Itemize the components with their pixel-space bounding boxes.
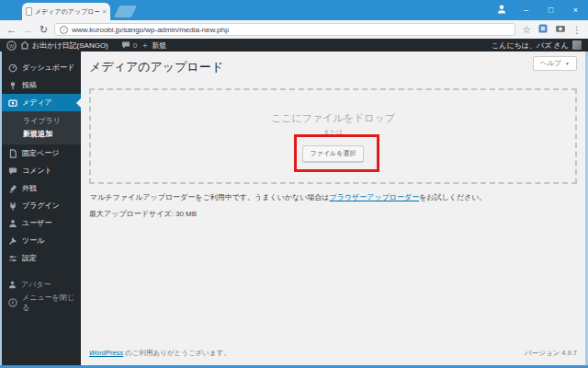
browser-window: メディアのアップロード ‹ お出か × – □ × ← → ↻ i www.ku… (0, 0, 588, 368)
sidebar-item-users[interactable]: ユーザー (2, 214, 81, 232)
sidebar-item-appearance[interactable]: 外観 (2, 179, 81, 197)
plus-icon: ＋ (141, 40, 149, 52)
file-dropzone[interactable]: ここにファイルをドロップ または ファイルを選択 (89, 88, 577, 184)
minimize-button[interactable]: – (514, 0, 538, 20)
page-icon (8, 149, 17, 158)
new-label: 新規 (152, 40, 166, 51)
brush-icon (8, 184, 17, 193)
forward-icon[interactable]: → (23, 25, 33, 35)
site-info-icon[interactable]: i (60, 26, 68, 34)
sidebar-item-comments[interactable]: コメント (2, 162, 81, 179)
browser-menu-icon[interactable]: ⋮ (572, 25, 582, 35)
collapse-arrow-icon (8, 298, 17, 307)
submenu-item-add-new[interactable]: 新規追加 (2, 128, 81, 141)
browser-titlebar: メディアのアップロード ‹ お出か × – □ × (0, 0, 588, 20)
profile-icon[interactable] (490, 2, 514, 18)
sidebar-item-tools[interactable]: ツール (2, 232, 81, 249)
address-bar[interactable]: i www.kuroobi.jp/sango/wp-admin/media-ne… (54, 23, 515, 36)
maximize-button[interactable]: □ (538, 0, 563, 20)
browser-tab[interactable]: メディアのアップロード ‹ お出か × (22, 3, 110, 20)
media-icon (8, 98, 17, 108)
page-favicon-icon (26, 7, 32, 16)
browser-uploader-link[interactable]: ブラウザーアップローダー (330, 193, 420, 201)
dropzone-headline: ここにファイルをドロップ (271, 111, 395, 125)
chevron-down-icon: ▼ (565, 61, 570, 66)
comment-icon (8, 167, 17, 176)
max-upload-size: 最大アップロードサイズ: 30 MB (89, 209, 577, 219)
avatar-icon (8, 281, 17, 289)
page-title: メディアのアップロード (89, 59, 577, 75)
site-link[interactable]: お出かけ日記(SANGO) (20, 40, 108, 51)
comments-bubble[interactable]: 0 (121, 40, 137, 50)
media-submenu: ライブラリ 新規追加 (2, 111, 81, 144)
reload-icon[interactable]: ↻ (40, 25, 48, 35)
help-button[interactable]: ヘルプ ▼ (533, 56, 577, 71)
comment-count: 0 (133, 41, 137, 50)
user-greeting[interactable]: こんにちは、バズ さん (492, 40, 569, 51)
wp-workspace: ダッシュボード 投稿 メディア ライブラリ 新規追加 固定ページ コメント (0, 52, 588, 365)
bookmark-star-icon[interactable]: ☆ (522, 25, 531, 35)
wp-logo-icon[interactable]: W (6, 40, 17, 51)
sidebar-item-dashboard[interactable]: ダッシュボード (2, 59, 81, 76)
sidebar-item-posts[interactable]: 投稿 (2, 76, 81, 94)
back-icon[interactable]: ← (6, 25, 17, 35)
user-avatar[interactable] (572, 40, 582, 50)
home-icon (20, 40, 29, 50)
user-icon (8, 219, 17, 228)
select-files-button[interactable]: ファイルを選択 (302, 145, 365, 162)
dropzone-or-label: または (323, 128, 344, 137)
new-content-link[interactable]: ＋ 新規 (141, 40, 166, 52)
wp-content-area: メディアのアップロード ヘルプ ▼ ここにファイルをドロップ または ファイルを… (81, 52, 585, 365)
extension-camera-icon[interactable] (555, 21, 566, 38)
footer-thanks: WordPress のご利用ありがとうございます。 (89, 349, 231, 358)
sidebar-item-avatar[interactable]: アバター (2, 276, 81, 293)
collapse-menu-button[interactable]: メニューを閉じる (2, 293, 81, 311)
url-text: www.kuroobi.jp/sango/wp-admin/media-new.… (72, 26, 229, 34)
sidebar-item-plugins[interactable]: プラグイン (2, 197, 81, 214)
plugin-icon (8, 201, 17, 211)
menu-separator (2, 267, 81, 276)
uploader-note: マルチファイルアップローダーをご利用中です。うまくいかない場合はブラウザーアップ… (90, 192, 577, 202)
version-label: バージョン 4.9.7 (525, 349, 577, 358)
wp-admin-bar: W お出かけ日記(SANGO) 0 ＋ 新規 こんにちは、バズ さん (0, 39, 588, 52)
wp-admin-menu: ダッシュボード 投稿 メディア ライブラリ 新規追加 固定ページ コメント (2, 52, 81, 365)
dashboard-icon (8, 63, 17, 73)
window-controls: – □ × (490, 0, 588, 20)
settings-icon (8, 254, 17, 263)
svg-text:W: W (9, 42, 15, 48)
wrench-icon (8, 236, 17, 246)
submenu-item-library[interactable]: ライブラリ (2, 115, 81, 128)
new-tab-button[interactable] (114, 6, 137, 17)
extension-blue-icon[interactable] (537, 21, 548, 38)
browser-toolbar: ← → ↻ i www.kuroobi.jp/sango/wp-admin/me… (0, 20, 588, 39)
close-button[interactable]: × (563, 0, 588, 20)
comment-icon (121, 40, 130, 50)
tab-title: メディアのアップロード ‹ お出か (35, 7, 99, 17)
sidebar-item-media[interactable]: メディア (2, 94, 81, 111)
pushpin-icon (8, 81, 17, 90)
wp-footer: WordPress のご利用ありがとうございます。 バージョン 4.9.7 (89, 349, 577, 358)
site-name: お出かけ日記(SANGO) (32, 40, 108, 51)
sidebar-item-pages[interactable]: 固定ページ (2, 144, 81, 162)
sidebar-item-settings[interactable]: 設定 (2, 249, 81, 267)
tab-close-icon[interactable]: × (102, 8, 107, 16)
wordpress-link[interactable]: WordPress (89, 349, 123, 357)
